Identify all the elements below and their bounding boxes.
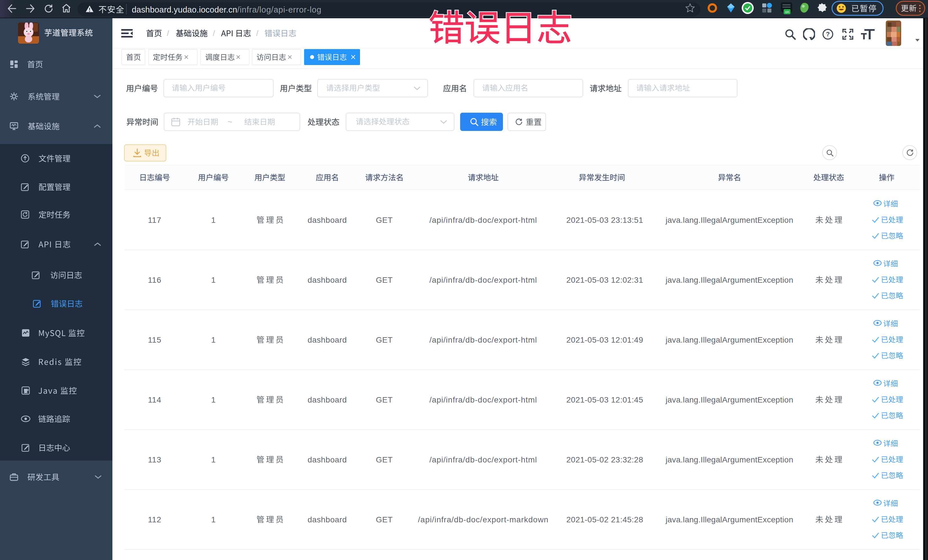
svg-text:?: ? bbox=[826, 31, 830, 38]
svg-text:on: on bbox=[785, 10, 789, 14]
